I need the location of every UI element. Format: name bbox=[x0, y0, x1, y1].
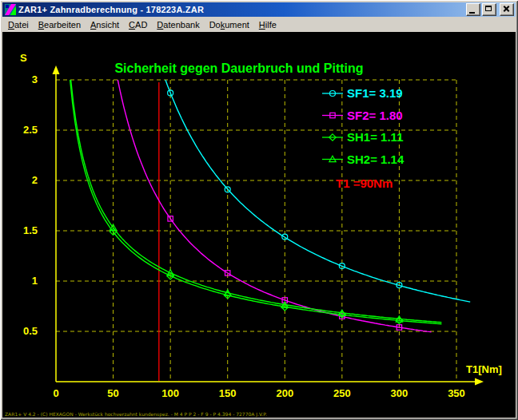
maximize-icon bbox=[485, 6, 492, 11]
plot-area: 0501001502002503003500.511.522.53ST1[Nm]… bbox=[2, 32, 516, 418]
y-axis-arrow-icon bbox=[53, 65, 60, 74]
maximize-button[interactable] bbox=[482, 3, 496, 16]
svg-text:350: 350 bbox=[448, 387, 465, 399]
legend-item-SF2: SF2= 1.80 bbox=[322, 109, 403, 122]
menu-item-bearbeiten[interactable]: Bearbeiten bbox=[34, 18, 86, 31]
svg-text:100: 100 bbox=[161, 387, 179, 399]
minimize-icon bbox=[469, 12, 475, 14]
tick-labels: 0501001502002503003500.511.522.53 bbox=[23, 73, 465, 399]
svg-text:1: 1 bbox=[32, 275, 38, 287]
y-axis-label: S bbox=[20, 52, 27, 64]
menu-item-ansicht[interactable]: Ansicht bbox=[86, 18, 124, 31]
title-bar[interactable]: ZAR1+ Zahnradberechnung - 178223A.ZAR bbox=[2, 2, 516, 17]
close-button[interactable] bbox=[500, 3, 514, 16]
minimize-button[interactable] bbox=[466, 3, 480, 16]
legend-label-SF2: SF2= 1.80 bbox=[347, 109, 403, 122]
svg-text:50: 50 bbox=[107, 387, 118, 399]
menu-item-hilfe[interactable]: Hilfe bbox=[254, 18, 281, 31]
status-line: ZAR1+ V 4.2 - (C) HEXAGON - Werkstück ho… bbox=[5, 411, 267, 417]
legend-item-SH2: SH2= 1.14 bbox=[322, 153, 404, 166]
svg-text:1.5: 1.5 bbox=[23, 224, 38, 236]
t1-annotation: T1 =90Nm bbox=[336, 176, 392, 190]
svg-text:3: 3 bbox=[32, 73, 38, 85]
menu-bar: DateiBearbeitenAnsichtCADDatenbankDokume… bbox=[2, 17, 516, 32]
svg-text:250: 250 bbox=[333, 387, 351, 399]
series-SF1-curve bbox=[165, 80, 470, 302]
svg-text:0.5: 0.5 bbox=[23, 325, 38, 337]
legend-item-SF1: SF1= 3.19 bbox=[322, 86, 403, 100]
chart-svg: 0501001502002503003500.511.522.53ST1[Nm]… bbox=[2, 32, 516, 418]
svg-text:2.5: 2.5 bbox=[23, 124, 38, 136]
legend-label-SH2: SH2= 1.14 bbox=[347, 153, 404, 166]
svg-text:0: 0 bbox=[53, 387, 58, 399]
svg-text:200: 200 bbox=[276, 387, 293, 399]
legend-label-SH1: SH1= 1.11 bbox=[347, 130, 403, 144]
chart-legend: SF1= 3.19SF2= 1.80SH1= 1.11SH2= 1.14 bbox=[322, 86, 404, 166]
menu-item-datei[interactable]: Datei bbox=[3, 18, 34, 31]
app-icon bbox=[5, 4, 16, 15]
legend-item-SH1: SH1= 1.11 bbox=[322, 130, 403, 144]
app-window: ZAR1+ Zahnradberechnung - 178223A.ZAR Da… bbox=[0, 0, 518, 420]
svg-text:300: 300 bbox=[391, 387, 408, 399]
menu-item-cad[interactable]: CAD bbox=[124, 18, 152, 31]
menu-item-dokument[interactable]: Dokument bbox=[205, 18, 254, 31]
series-SF1 bbox=[165, 80, 470, 302]
svg-text:150: 150 bbox=[219, 387, 237, 399]
chart-title: Sicherheit gegen Dauerbruch und Pitting bbox=[114, 61, 363, 75]
x-axis-arrow-icon bbox=[475, 378, 484, 386]
legend-label-SF1: SF1= 3.19 bbox=[347, 86, 403, 100]
window-title: ZAR1+ Zahnradberechnung - 178223A.ZAR bbox=[18, 5, 464, 14]
x-axis-label: T1[Nm] bbox=[466, 363, 502, 375]
svg-text:2: 2 bbox=[32, 174, 38, 186]
menu-item-datenbank[interactable]: Datenbank bbox=[152, 18, 204, 31]
